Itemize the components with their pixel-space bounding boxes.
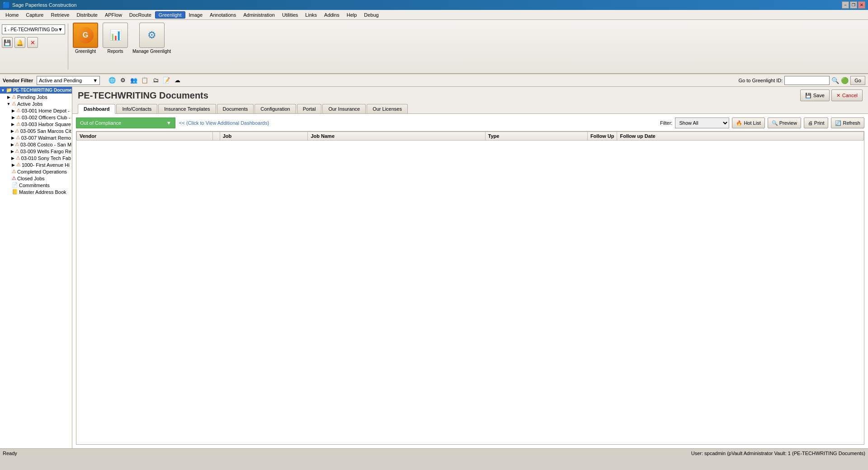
minimize-button[interactable]: − <box>842 1 849 9</box>
menu-debug[interactable]: Debug <box>360 11 382 19</box>
save-quick-button[interactable]: 💾 <box>2 37 13 48</box>
col-type[interactable]: Type <box>485 132 587 141</box>
greenlight-toolbar-label: Greenlight <box>75 49 96 54</box>
cancel-button[interactable]: ✕ Cancel <box>831 89 863 101</box>
bell-quick-button[interactable]: 🔔 <box>14 37 25 48</box>
sidebar-item-03-002[interactable]: ▶ ⚠ 03-002 Officers Club - <box>0 114 72 121</box>
col-vendor[interactable]: Vendor <box>77 132 213 141</box>
document-icon[interactable]: 📝 <box>161 75 171 85</box>
reports-toolbar-button[interactable]: 📊 <box>103 23 128 48</box>
filter-label: Filter: <box>660 120 673 126</box>
sidebar: ▼ 📁 PE-TECHWRITING Documents ▶ ⚠ Pending… <box>0 87 72 448</box>
content-area: PE-TECHWRITING Documents 💾 Save ✕ Cancel… <box>72 87 868 448</box>
dropdown-arrow-icon: ▼ <box>58 27 63 32</box>
03-003-warning-icon: ⚠ <box>16 121 21 127</box>
tab-our-insurance[interactable]: Our Insurance <box>322 104 366 113</box>
tab-our-licenses[interactable]: Our Licenses <box>367 104 408 113</box>
document-dropdown[interactable]: 1 - PE-TECHWRITING Documer ▼ <box>2 24 65 34</box>
menu-home[interactable]: Home <box>2 11 22 19</box>
user-info: User: spcadmin (pVault Administrator Vau… <box>691 451 865 456</box>
col-follow-up[interactable]: Follow Up <box>587 132 617 141</box>
03-007-expand-icon: ▶ <box>11 136 15 140</box>
sidebar-item-active-jobs[interactable]: ▼ ⚠ Active Jobs <box>0 100 72 107</box>
03-005-expand-icon: ▶ <box>11 129 14 133</box>
menu-greenlight[interactable]: Greenlight <box>155 11 185 19</box>
sidebar-item-03-008[interactable]: ▶ ⚠ 03-008 Costco - San M <box>0 141 72 148</box>
go-button[interactable]: Go <box>850 76 865 85</box>
additional-dashboards-link[interactable]: << (Click to View Additional Dashboards) <box>179 120 269 126</box>
menu-annotations[interactable]: Annotations <box>206 11 240 19</box>
sidebar-item-03-003[interactable]: ▶ ⚠ 03-003 Harbor Square <box>0 121 72 127</box>
close-button[interactable]: ✕ <box>858 1 865 9</box>
dashboard-dropdown[interactable]: Out of Compliance ▼ <box>76 118 175 128</box>
col-job[interactable]: Job <box>220 132 308 141</box>
sidebar-item-03-009[interactable]: ▶ ⚠ 03-009 Wells Fargo Re <box>0 148 72 155</box>
menu-links[interactable]: Links <box>302 11 321 19</box>
tab-configuration[interactable]: Configuration <box>255 104 296 113</box>
sidebar-item-1000[interactable]: ▶ ⚠ 1000- First Avenue Hi <box>0 161 72 168</box>
menu-help[interactable]: Help <box>343 11 361 19</box>
cancel-quick-button[interactable]: ✕ <box>27 37 38 48</box>
preview-icon: 🔍 <box>772 120 778 126</box>
print-icon: 🖨 <box>808 120 813 126</box>
vendor-filter-arrow-icon: ▼ <box>93 78 98 83</box>
col-job-name[interactable]: Job Name <box>308 132 485 141</box>
cloud-icon[interactable]: ☁ <box>172 75 182 85</box>
reports-toolbar-label: Reports <box>107 49 123 54</box>
1000-warning-icon: ⚠ <box>16 162 21 168</box>
print-button[interactable]: 🖨 Print <box>804 118 829 128</box>
dashboard-filter-select[interactable]: Show All Hot List Only Non-Hot List <box>675 118 729 128</box>
hot-list-button[interactable]: 🔥 Hot List <box>732 118 764 128</box>
restore-button[interactable]: ❐ <box>850 1 857 9</box>
col-follow-up-date[interactable]: Follow up Date <box>617 132 864 141</box>
refresh-button[interactable]: 🔄 Refresh <box>831 118 864 128</box>
folder-icon[interactable]: 🗂 <box>151 75 160 85</box>
globe-icon[interactable]: 🌐 <box>107 75 117 85</box>
tab-info-contacts[interactable]: Info/Contacts <box>116 104 157 113</box>
greenlight-toolbar-button[interactable]: G <box>73 23 98 48</box>
sidebar-03-010-label: 03-010 Sony Tech Fab <box>21 155 71 161</box>
sidebar-item-master-address-book[interactable]: 📒 Master Address Book <box>0 188 72 195</box>
vendor-filter-dropdown[interactable]: Active and Pending ▼ <box>37 76 100 85</box>
menu-utilities[interactable]: Utilities <box>278 11 302 19</box>
tab-dashboard[interactable]: Dashboard <box>78 104 115 114</box>
data-grid: Vendor Job Job Name Type Follow Up Follo… <box>76 131 864 445</box>
settings-icon[interactable]: ⚙ <box>118 75 128 85</box>
menu-addins[interactable]: Addins <box>321 11 343 19</box>
sidebar-item-closed-jobs[interactable]: ⚠ Closed Jobs <box>0 175 72 182</box>
manage-greenlight-toolbar-button[interactable]: ⚙ <box>139 23 165 48</box>
tab-documents[interactable]: Documents <box>217 104 254 113</box>
03-010-expand-icon: ▶ <box>11 156 15 160</box>
menu-retrieve[interactable]: Retrieve <box>47 11 73 19</box>
03-008-warning-icon: ⚠ <box>15 141 19 147</box>
save-icon: 💾 <box>805 93 811 99</box>
menu-docroute[interactable]: DocRoute <box>126 11 155 19</box>
sidebar-item-03-007[interactable]: ▶ ⚠ 03-007 Walmart Remo <box>0 134 72 141</box>
sidebar-root-item[interactable]: ▼ 📁 PE-TECHWRITING Documents <box>0 87 72 94</box>
sidebar-item-03-010[interactable]: ▶ ⚠ 03-010 Sony Tech Fab <box>0 155 72 161</box>
sidebar-item-03-001[interactable]: ▶ ⚠ 03-001 Home Depot - <box>0 107 72 114</box>
search-icon[interactable]: 🔍 <box>831 77 839 84</box>
col-sort[interactable] <box>212 132 220 141</box>
tab-insurance-templates[interactable]: Insurance Templates <box>158 104 216 113</box>
sidebar-item-commitments[interactable]: 📄 Commitments <box>0 182 72 188</box>
sidebar-item-pending-jobs[interactable]: ▶ ⚠ Pending Jobs <box>0 94 72 100</box>
people-icon[interactable]: 👥 <box>129 75 139 85</box>
menu-apflow[interactable]: APFlow <box>101 11 126 19</box>
tab-portal[interactable]: Portal <box>297 104 322 113</box>
clipboard-icon[interactable]: 📋 <box>140 75 150 85</box>
menu-administration[interactable]: Administration <box>240 11 278 19</box>
sidebar-commitments-label: Commitments <box>19 183 50 188</box>
menu-capture[interactable]: Capture <box>22 11 47 19</box>
save-button[interactable]: 💾 Save <box>800 89 830 101</box>
title-bar: 🟦 Sage Paperless Construction − ❐ ✕ <box>0 0 868 10</box>
menu-distribute[interactable]: Distribute <box>73 11 101 19</box>
sidebar-item-03-005[interactable]: ▶ ⚠ 03-005 San Marcos Cit <box>0 127 72 134</box>
preview-button[interactable]: 🔍 Preview <box>768 118 801 128</box>
greenlight-id-input[interactable] <box>784 76 830 85</box>
manage-greenlight-toolbar-group: ⚙ Manage Greenlight <box>132 23 171 54</box>
sidebar-item-completed-operations[interactable]: ⚠ Completed Operations <box>0 168 72 175</box>
title-bar-controls[interactable]: − ❐ ✕ <box>842 1 865 9</box>
menu-image[interactable]: Image <box>185 11 207 19</box>
tabs-bar: Dashboard Info/Contacts Insurance Templa… <box>72 104 868 114</box>
